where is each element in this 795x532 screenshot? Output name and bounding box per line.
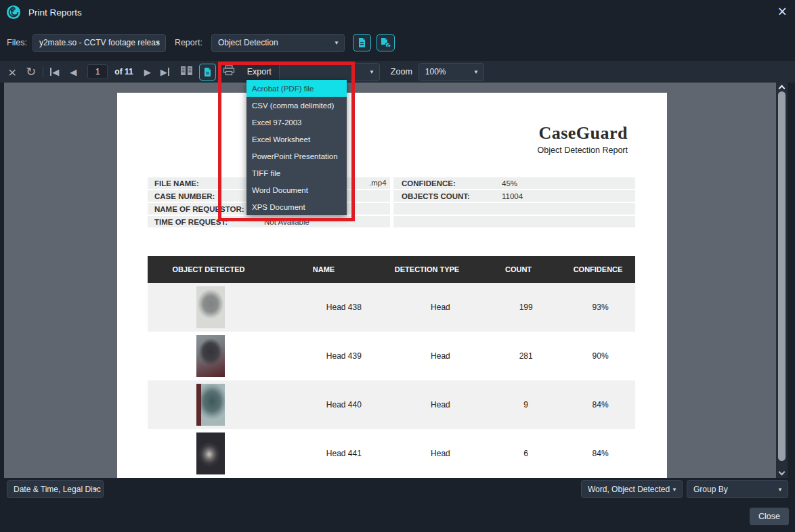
menu-item-excel-97-2003[interactable]: Excel 97-2003 [246, 114, 347, 131]
menu-item-powerpoint[interactable]: PowerPoint Presentation [246, 148, 347, 164]
cell-count: 9 [486, 400, 565, 409]
last-page-button[interactable]: ▶ [160, 67, 169, 77]
cell-confidence: 93% [565, 303, 635, 312]
page-number-input[interactable] [87, 64, 108, 79]
title-bar: Print Reports × [0, 0, 795, 24]
report-page: CaseGuard Object Detection Report FILE N… [117, 93, 667, 478]
menu-item-xps[interactable]: XPS Document [246, 198, 347, 215]
first-page-icon [50, 68, 51, 76]
report-sections-dropdown[interactable]: Date & Time, Legal Disc ▼ [7, 480, 104, 498]
next-page-button[interactable]: ▶ [144, 67, 151, 77]
cell-confidence: 84% [565, 449, 635, 458]
menu-item-acrobat-pdf[interactable]: Acrobat (PDF) file [246, 80, 347, 97]
export-label: Export [247, 67, 272, 76]
cell-type: Head [395, 400, 487, 409]
last-page-icon [168, 68, 169, 76]
files-dropdown[interactable]: y2mate.so - CCTV footage releas ▼ [33, 34, 166, 52]
detections-table: OBJECT DETECTED NAME DETECTION TYPE COUN… [148, 256, 635, 478]
printer-icon [223, 65, 235, 76]
zoom-label: Zoom [391, 67, 412, 76]
report-file-button[interactable] [353, 34, 371, 51]
table-row: Head 441 Head 6 84% [148, 429, 635, 478]
report-controls-row: Files: y2mate.so - CCTV footage releas ▼… [0, 32, 795, 53]
scroll-down-icon[interactable] [779, 469, 786, 476]
chevron-down-icon: ▼ [369, 69, 374, 75]
report-brand-block: CaseGuard Object Detection Report [538, 123, 628, 155]
scroll-up-icon[interactable] [779, 85, 786, 92]
report-columns-dropdown[interactable]: Word, Object Detected ▼ [581, 480, 683, 498]
refresh-icon[interactable]: ↻ [26, 66, 36, 78]
group-by-value: Group By [693, 485, 728, 494]
cell-name: Head 440 [293, 400, 395, 409]
close-icon[interactable]: × [778, 2, 787, 21]
cell-count: 199 [486, 303, 565, 312]
report-columns-value: Word, Object Detected [588, 485, 670, 494]
head-snapshot-image [196, 335, 225, 377]
previous-page-button[interactable]: ◀ [70, 67, 77, 77]
group-by-dropdown[interactable]: Group By ▼ [687, 480, 788, 498]
document-cloud-icon [380, 37, 391, 48]
first-page-button[interactable]: ◀ [50, 67, 59, 77]
viewer-toolbar: × ↻ ◀ ◀ of 11 ▶ ▶ [0, 61, 795, 83]
cell-count: 281 [486, 351, 565, 361]
cancel-icon[interactable]: × [8, 65, 16, 79]
menu-item-excel-worksheet[interactable]: Excel Worksheet [246, 131, 347, 148]
chevron-down-icon: ▼ [334, 40, 339, 46]
chevron-down-icon: ▼ [777, 486, 783, 492]
field-objects-count: OBJECTS COUNT: 11004 [393, 190, 635, 202]
scrollbar-thumb[interactable] [778, 91, 786, 461]
cell-count: 6 [486, 449, 565, 458]
cell-name: Head 441 [293, 449, 395, 458]
menu-item-csv[interactable]: CSV (comma delimited) [246, 97, 347, 114]
report-fields: FILE NAME: .mp4 CASE NUMBER: NAME OF REQ… [148, 177, 635, 229]
cell-type: Head [395, 303, 487, 312]
menu-item-word[interactable]: Word Document [246, 181, 347, 198]
table-row: Head 440 Head 9 84% [148, 380, 635, 429]
head-snapshot-image [196, 433, 225, 474]
field-time-of-request: TIME OF REQUEST: Not Available [148, 216, 390, 227]
table-row: Head 438 Head 199 93% [148, 283, 635, 332]
vertical-scrollbar[interactable] [776, 83, 788, 478]
cell-name: Head 438 [293, 303, 395, 312]
cell-confidence: 84% [565, 400, 635, 409]
parameters-panel-button[interactable] [180, 66, 193, 79]
report-export-file-button[interactable] [377, 34, 395, 51]
report-preview-area: CaseGuard Object Detection Report FILE N… [4, 83, 776, 478]
cell-type: Head [395, 449, 487, 458]
chevron-down-icon: ▼ [672, 486, 677, 492]
field-empty [393, 216, 635, 227]
report-dropdown[interactable]: Object Detection ▼ [211, 34, 345, 52]
field-confidence: CONFIDENCE: 45% [393, 177, 635, 189]
report-subtitle: Object Detection Report [538, 146, 628, 155]
open-book-icon [180, 66, 193, 76]
export-format-menu: Acrobat (PDF) file CSV (comma delimited)… [246, 80, 347, 215]
menu-item-tiff[interactable]: TIFF file [246, 164, 347, 181]
field-file-name-value: .mp4 [369, 179, 387, 187]
head-snapshot-image [196, 286, 225, 328]
chevron-down-icon: ▼ [473, 69, 479, 75]
page-count-label: of 11 [114, 67, 133, 76]
page-view-toggle-button[interactable] [199, 64, 216, 81]
report-dropdown-value: Object Detection [218, 38, 278, 47]
export-dropdown[interactable]: ▼ [279, 63, 380, 81]
close-button[interactable]: Close [750, 508, 789, 525]
document-icon [203, 67, 212, 77]
head-snapshot-image [196, 384, 225, 426]
field-empty [393, 203, 635, 215]
files-dropdown-value: y2mate.so - CCTV footage releas [39, 38, 160, 47]
cell-confidence: 90% [565, 351, 635, 361]
dialog-title: Print Reports [28, 7, 82, 18]
report-label: Report: [175, 38, 202, 47]
chevron-down-icon: ▼ [155, 40, 160, 46]
cell-type: Head [395, 351, 487, 361]
caseguard-logo-icon [6, 5, 21, 20]
document-icon [357, 37, 367, 48]
print-button[interactable] [223, 65, 235, 79]
report-sections-value: Date & Time, Legal Disc [14, 485, 101, 494]
files-label: Files: [7, 38, 27, 47]
zoom-dropdown[interactable]: 100% ▼ [418, 63, 484, 81]
report-fields-right: CONFIDENCE: 45% OBJECTS COUNT: 11004 [393, 177, 635, 229]
chevron-down-icon: ▼ [93, 486, 98, 492]
footer-bar: Date & Time, Legal Disc ▼ Word, Object D… [0, 478, 795, 532]
table-row: Head 439 Head 281 90% [148, 332, 635, 380]
